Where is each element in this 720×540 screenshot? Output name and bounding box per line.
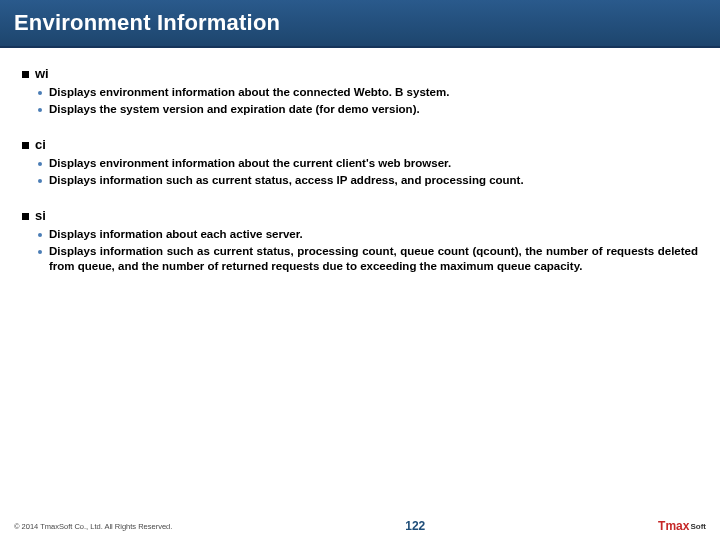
sub-list: Displays environment information about t… bbox=[22, 85, 698, 117]
list-item: Displays environment information about t… bbox=[38, 85, 698, 101]
list-item: Displays environment information about t… bbox=[38, 156, 698, 172]
item-text: Displays environment information about t… bbox=[49, 85, 449, 101]
page-number: 122 bbox=[172, 519, 658, 533]
section-si: si Displays information about each activ… bbox=[22, 208, 698, 275]
section-title: wi bbox=[35, 66, 49, 81]
item-text: Displays environment information about t… bbox=[49, 156, 451, 172]
list-item: Displays information such as current sta… bbox=[38, 244, 698, 275]
dot-bullet-icon bbox=[38, 108, 42, 112]
logo-main: Tmax bbox=[658, 519, 689, 533]
list-item: Displays information about each active s… bbox=[38, 227, 698, 243]
item-text: Displays information such as current sta… bbox=[49, 173, 524, 189]
copyright-text: © 2014 TmaxSoft Co., Ltd. All Rights Res… bbox=[14, 522, 172, 531]
section-heading: si bbox=[22, 208, 698, 223]
dot-bullet-icon bbox=[38, 91, 42, 95]
sub-list: Displays information about each active s… bbox=[22, 227, 698, 275]
footer: © 2014 TmaxSoft Co., Ltd. All Rights Res… bbox=[0, 518, 720, 540]
slide-body: wi Displays environment information abou… bbox=[0, 48, 720, 518]
logo-sub: Soft bbox=[690, 522, 706, 531]
square-bullet-icon bbox=[22, 213, 29, 220]
slide-title: Environment Information bbox=[14, 10, 280, 36]
dot-bullet-icon bbox=[38, 179, 42, 183]
square-bullet-icon bbox=[22, 142, 29, 149]
dot-bullet-icon bbox=[38, 250, 42, 254]
title-bar: Environment Information bbox=[0, 0, 720, 48]
section-ci: ci Displays environment information abou… bbox=[22, 137, 698, 188]
list-item: Displays information such as current sta… bbox=[38, 173, 698, 189]
item-text: Displays information such as current sta… bbox=[49, 244, 698, 275]
slide: Environment Information wi Displays envi… bbox=[0, 0, 720, 540]
section-heading: ci bbox=[22, 137, 698, 152]
item-text: Displays information about each active s… bbox=[49, 227, 303, 243]
section-wi: wi Displays environment information abou… bbox=[22, 66, 698, 117]
dot-bullet-icon bbox=[38, 162, 42, 166]
section-title: si bbox=[35, 208, 46, 223]
square-bullet-icon bbox=[22, 71, 29, 78]
section-title: ci bbox=[35, 137, 46, 152]
list-item: Displays the system version and expirati… bbox=[38, 102, 698, 118]
tmaxsoft-logo: TmaxSoft bbox=[658, 519, 706, 533]
item-text: Displays the system version and expirati… bbox=[49, 102, 420, 118]
sub-list: Displays environment information about t… bbox=[22, 156, 698, 188]
section-heading: wi bbox=[22, 66, 698, 81]
dot-bullet-icon bbox=[38, 233, 42, 237]
